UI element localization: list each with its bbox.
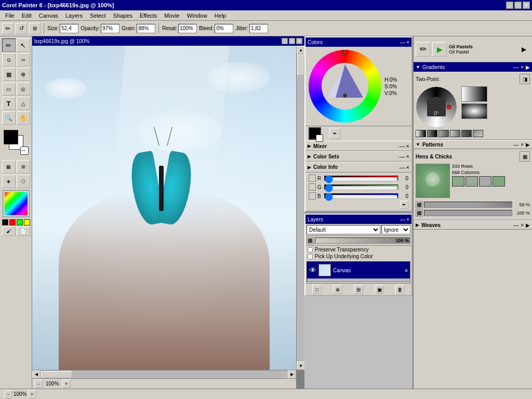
pattern-tool[interactable]: ⊞ bbox=[17, 160, 30, 174]
pick-up-color-checkbox[interactable] bbox=[308, 254, 313, 259]
magnify-tool[interactable]: 🔍 bbox=[2, 111, 16, 125]
text-tool[interactable]: T bbox=[2, 97, 16, 110]
new-layer-btn[interactable]: □ bbox=[312, 285, 322, 294]
swatch-pick-icon[interactable]: ✒ bbox=[329, 128, 341, 139]
lasso-tool[interactable]: ⊙ bbox=[2, 53, 16, 66]
menu-movie[interactable]: Movie bbox=[161, 11, 182, 20]
opacity-slider-track[interactable]: 100 % bbox=[315, 237, 410, 244]
clone-tool[interactable]: ⊕ bbox=[17, 68, 30, 81]
grabber-tool[interactable]: ✋ bbox=[17, 111, 30, 125]
g-slider-track[interactable] bbox=[324, 184, 398, 190]
canvas-maximize[interactable]: □ bbox=[289, 38, 295, 44]
scroll-up-btn[interactable]: ▲ bbox=[297, 46, 304, 54]
scroll-thumb-h[interactable] bbox=[41, 371, 72, 378]
merge-layer-btn[interactable]: ▣ bbox=[375, 285, 384, 294]
menu-select[interactable]: Select bbox=[87, 11, 109, 20]
eyedropper-icon[interactable]: ✒ bbox=[400, 201, 408, 209]
layers-close-btn[interactable]: × bbox=[406, 217, 409, 222]
menu-file[interactable]: File bbox=[2, 11, 18, 20]
grad-swatch-4[interactable] bbox=[450, 130, 460, 137]
canvas-close[interactable]: × bbox=[296, 38, 302, 44]
preserve-transparency-checkbox[interactable] bbox=[308, 247, 313, 252]
patterns-minimize-btn[interactable]: — bbox=[513, 142, 518, 148]
group-layer-btn[interactable]: ⊞ bbox=[354, 285, 363, 294]
pattern-options-icon[interactable]: ▦ bbox=[520, 151, 530, 162]
pat-thumb-3[interactable] bbox=[479, 176, 491, 187]
opacity-input[interactable] bbox=[101, 24, 119, 33]
rotate-icon[interactable]: ↺ bbox=[16, 23, 27, 34]
weaves-minimize-btn[interactable]: — bbox=[513, 222, 518, 228]
menu-help[interactable]: Help bbox=[211, 11, 230, 20]
grad-swatch-6[interactable] bbox=[473, 130, 483, 137]
grad-swatch-5[interactable] bbox=[461, 130, 472, 137]
bleed-input[interactable] bbox=[215, 24, 233, 33]
pat-thumb-4[interactable] bbox=[493, 176, 505, 187]
fg-color-swatch[interactable] bbox=[4, 130, 18, 144]
status-zoom-in[interactable]: + bbox=[28, 390, 36, 398]
scroll-thumb-v[interactable] bbox=[297, 55, 304, 75]
menu-edit[interactable]: Edit bbox=[19, 11, 35, 20]
scroll-right-btn[interactable]: ▶ bbox=[288, 370, 296, 379]
menu-layers[interactable]: Layers bbox=[62, 11, 86, 20]
minimize-button[interactable]: _ bbox=[506, 2, 513, 9]
size-input[interactable] bbox=[60, 24, 78, 33]
patterns-close-btn[interactable]: × bbox=[521, 142, 524, 148]
mixer-tool[interactable]: ◈ bbox=[2, 175, 16, 188]
pat-thumb-1[interactable] bbox=[452, 176, 464, 187]
delete-layer-btn[interactable]: 🗑 bbox=[395, 285, 405, 294]
green-swatch[interactable] bbox=[17, 219, 23, 225]
dodge-tool[interactable]: ◎ bbox=[17, 82, 30, 96]
layer-visibility-icon[interactable]: 👁 bbox=[309, 266, 316, 274]
canvas-scrollbar-v[interactable]: ▲ ▼ bbox=[296, 46, 304, 370]
red-swatch[interactable] bbox=[9, 219, 16, 225]
brush-preset-icon[interactable]: ✏ bbox=[416, 42, 430, 57]
colorsets-expand-icon[interactable]: × bbox=[406, 153, 409, 159]
g-slider[interactable] bbox=[325, 186, 398, 190]
copy-layer-btn[interactable]: ⊕ bbox=[333, 285, 342, 294]
crop-tool[interactable]: ✂ bbox=[17, 53, 30, 66]
layers-minimize-btn[interactable]: — bbox=[400, 217, 405, 222]
gradient-thumb-2[interactable] bbox=[461, 103, 487, 119]
menu-window[interactable]: Window bbox=[184, 11, 210, 20]
canvas-image[interactable] bbox=[32, 46, 296, 370]
select-tool[interactable]: ↖ bbox=[17, 38, 30, 52]
color-info-header-row[interactable]: ▶ Color Info — × bbox=[305, 162, 411, 172]
gradient-type-icon[interactable]: ◨ bbox=[520, 74, 530, 84]
brush-panel-expand[interactable]: ▶ bbox=[522, 46, 530, 53]
flip-icon[interactable]: ⊞ bbox=[29, 23, 41, 34]
grain-input[interactable] bbox=[137, 24, 155, 33]
bg-swatch-small[interactable] bbox=[316, 135, 323, 142]
pattern-slider-2-track[interactable] bbox=[424, 210, 512, 216]
maximize-button[interactable]: □ bbox=[514, 2, 522, 9]
gradient-tool[interactable]: ▦ bbox=[2, 160, 16, 174]
play-btn[interactable]: ▶ bbox=[432, 42, 447, 57]
mixer-panel[interactable]: ▶ Mixer — × bbox=[305, 141, 411, 151]
paper-picker[interactable]: 📄 bbox=[17, 227, 30, 236]
jitter-input[interactable] bbox=[249, 24, 268, 33]
black-swatch[interactable] bbox=[2, 219, 8, 225]
swap-color-icon[interactable]: ↔ bbox=[20, 147, 29, 155]
layer-options-icon[interactable]: ≡ bbox=[405, 268, 408, 273]
blend-mode-select[interactable]: Default bbox=[307, 225, 380, 234]
composite-select[interactable]: Ignore bbox=[381, 225, 410, 234]
gradients-options-btn[interactable]: ▶ bbox=[526, 64, 530, 70]
pattern-slider-1-track[interactable] bbox=[424, 202, 512, 208]
weaves-options-btn[interactable]: ▶ bbox=[526, 222, 530, 228]
gradient-thumb-1[interactable] bbox=[461, 86, 487, 102]
weaves-close-btn[interactable]: × bbox=[521, 222, 524, 228]
menu-shapes[interactable]: Shapes bbox=[110, 11, 136, 20]
patterns-options-btn[interactable]: ▶ bbox=[526, 142, 530, 148]
brush-icon[interactable]: ✏ bbox=[2, 23, 14, 34]
canvas-minimize[interactable]: _ bbox=[282, 38, 288, 44]
r-slider-track[interactable] bbox=[324, 176, 398, 181]
custom-tool[interactable]: ⬡ bbox=[17, 175, 30, 188]
r-slider[interactable] bbox=[325, 177, 398, 181]
scroll-left-btn[interactable]: ◀ bbox=[32, 370, 41, 379]
colors-close-btn[interactable]: × bbox=[406, 39, 409, 45]
pattern-main-thumb[interactable] bbox=[416, 164, 450, 198]
brush-tool[interactable]: ✏ bbox=[2, 38, 16, 52]
color-info-panel-header[interactable]: ▶ Color Info — × R bbox=[305, 162, 411, 211]
color-wheel-area[interactable] bbox=[309, 50, 381, 123]
eraser-tool[interactable]: ▭ bbox=[2, 82, 16, 96]
zoom-in-btn[interactable]: + bbox=[62, 380, 71, 388]
